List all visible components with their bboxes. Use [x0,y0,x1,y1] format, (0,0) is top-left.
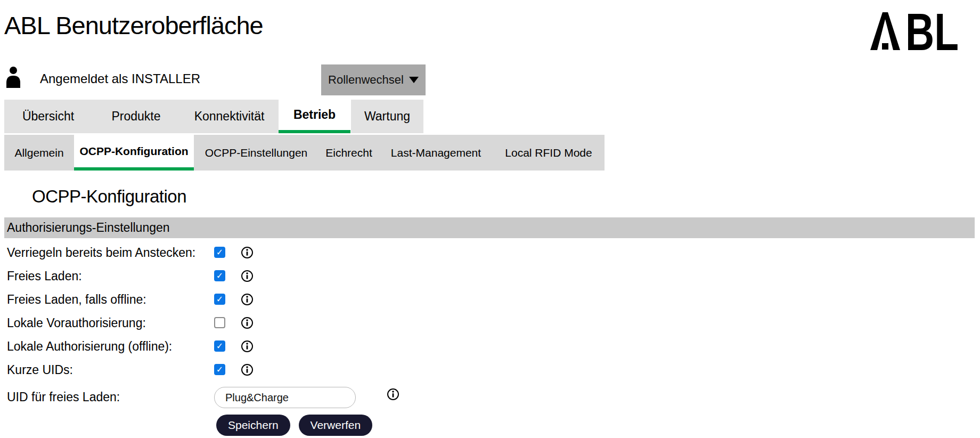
section-header-label: Authorisierungs-Einstellungen [7,221,170,235]
form-actions: Speichern Verwerfen [216,415,372,436]
discard-button[interactable]: Verwerfen [299,415,373,436]
person-icon [6,67,20,88]
caret-down-icon [409,77,419,83]
info-icon[interactable] [241,340,254,353]
setting-row-freies-laden: Freies Laden: [0,264,980,288]
subtab-allgemein[interactable]: Allgemein [4,135,74,171]
checkbox-lokale-vorauthorisierung[interactable] [214,317,225,328]
checkbox-lokale-authorisierung[interactable] [214,340,225,352]
info-icon[interactable] [387,388,399,401]
tab-wartung[interactable]: Wartung [351,100,423,133]
tab-uebersicht[interactable]: Übersicht [4,100,92,133]
svg-text:BL: BL [905,11,959,52]
setting-label: Kurze UIDs: [7,358,73,382]
info-icon[interactable] [241,293,254,306]
section-header: Authorisierungs-Einstellungen [4,217,975,238]
checkbox-verriegeln[interactable] [214,247,225,258]
checkbox-kurze-uids[interactable] [214,364,225,375]
setting-row-uid-freies-laden: UID für freies Laden: [0,385,980,409]
tab-produkte[interactable]: Produkte [92,100,180,133]
tab-betrieb[interactable]: Betrieb [279,100,350,133]
setting-label: Verriegeln bereits beim Anstecken: [7,241,195,264]
setting-row-verriegeln: Verriegeln bereits beim Anstecken: [0,241,980,264]
setting-row-lokale-authorisierung: Lokale Authorisierung (offline): [0,335,980,358]
sub-tab-bar: Allgemein OCPP-Konfiguration OCPP-Einste… [4,135,605,171]
info-icon[interactable] [241,317,254,329]
setting-label: Lokale Vorauthorisierung: [7,311,146,335]
setting-label: Lokale Authorisierung (offline): [7,335,172,358]
setting-label: Freies Laden: [7,264,82,288]
checkbox-freies-laden-offline[interactable] [214,294,225,305]
role-switch-button[interactable]: Rollenwechsel [321,64,426,95]
uid-input[interactable] [214,387,356,408]
subtab-local-rfid-mode[interactable]: Local RFID Mode [493,135,605,171]
subtab-ocpp-einstellungen[interactable]: OCPP-Einstellungen [194,135,318,171]
main-tab-bar: Übersicht Produkte Konnektivität Betrieb… [4,100,423,133]
info-icon[interactable] [241,270,254,282]
setting-row-freies-laden-offline: Freies Laden, falls offline: [0,288,980,311]
setting-label: UID für freies Laden: [7,385,120,409]
setting-row-lokale-vorauthorisierung: Lokale Vorauthorisierung: [0,311,980,335]
page-title: ABL Benutzeroberfläche [4,11,263,40]
setting-row-kurze-uids: Kurze UIDs: [0,358,980,382]
subtab-ocpp-konfiguration[interactable]: OCPP-Konfiguration [74,135,194,171]
subtab-eichrecht[interactable]: Eichrecht [318,135,379,171]
setting-label: Freies Laden, falls offline: [7,288,146,311]
info-icon[interactable] [241,363,254,376]
info-icon[interactable] [241,246,254,259]
save-button[interactable]: Speichern [216,415,290,436]
logged-in-status: Angemeldet als INSTALLER [40,71,200,86]
content-heading: OCPP-Konfiguration [32,186,186,207]
abl-web-interface: ABL Benutzeroberfläche BL Angemeldet als… [0,0,980,438]
tab-konnektivitaet[interactable]: Konnektivität [180,100,279,133]
checkbox-freies-laden[interactable] [214,270,225,281]
role-switch-label: Rollenwechsel [328,73,404,87]
abl-logo: BL [868,11,961,52]
subtab-last-management[interactable]: Last-Management [379,135,493,171]
